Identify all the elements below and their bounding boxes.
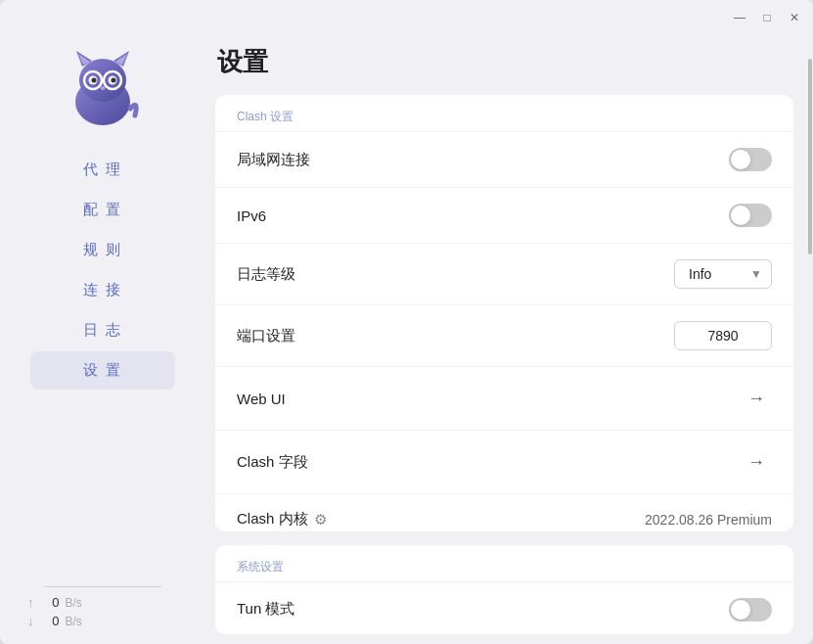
sidebar-item-connections[interactable]: 连 接 — [30, 271, 175, 309]
titlebar: — □ ✕ — [0, 0, 813, 35]
page-title: 设置 — [215, 45, 793, 79]
clash-field-label: Clash 字段 — [237, 453, 308, 472]
clash-core-gear-icon[interactable]: ⚙ — [314, 511, 327, 529]
speed-area: ↑ 0 B/s ↓ 0 B/s — [0, 595, 205, 644]
app-logo — [59, 45, 147, 133]
upload-unit: B/s — [66, 596, 82, 610]
minimize-button[interactable]: — — [733, 11, 746, 24]
web-ui-arrow[interactable]: → — [741, 383, 772, 414]
system-settings-card: 系统设置 Tun 模式 — [215, 545, 793, 634]
download-icon: ↓ — [27, 614, 34, 628]
sidebar: 代 理 配 置 规 则 连 接 日 志 设 置 ↑ 0 B/s ↓ 0 B/s — [0, 35, 205, 644]
ipv6-label: IPv6 — [237, 207, 266, 224]
sidebar-item-logs[interactable]: 日 志 — [30, 311, 175, 349]
port-label: 端口设置 — [237, 327, 295, 345]
main-layout: 代 理 配 置 规 则 连 接 日 志 设 置 ↑ 0 B/s ↓ 0 B/s — [0, 35, 813, 644]
clash-core-label: Clash 内核 — [237, 510, 308, 529]
system-section-label: 系统设置 — [215, 545, 793, 581]
clash-section-label: Clash 设置 — [215, 95, 793, 131]
main-content: 设置 Clash 设置 局域网连接 IPv6 日志等级 — [205, 35, 813, 644]
port-input[interactable] — [674, 321, 772, 350]
lan-label: 局域网连接 — [237, 151, 310, 169]
log-level-select-wrapper: Debug Info Warning Error Silent ▼ — [674, 259, 772, 289]
log-level-label: 日志等级 — [237, 265, 295, 284]
sidebar-divider — [44, 586, 161, 587]
maximize-button[interactable]: □ — [760, 11, 774, 24]
log-level-row: 日志等级 Debug Info Warning Error Silent ▼ — [215, 243, 793, 304]
svg-point-11 — [92, 78, 97, 83]
upload-speed-row: ↑ 0 B/s — [27, 595, 178, 610]
clash-settings-card: Clash 设置 局域网连接 IPv6 日志等级 Debug — [215, 95, 793, 531]
ipv6-row: IPv6 — [215, 187, 793, 243]
tun-row: Tun 模式 — [215, 581, 793, 634]
log-level-select[interactable]: Debug Info Warning Error Silent — [674, 259, 772, 289]
sidebar-item-proxy[interactable]: 代 理 — [30, 151, 175, 189]
web-ui-row: Web UI → — [215, 366, 793, 430]
clash-core-version: 2022.08.26 Premium — [645, 512, 772, 528]
nav-items: 代 理 配 置 规 则 连 接 日 志 设 置 — [0, 151, 205, 573]
upload-value: 0 — [40, 595, 60, 610]
download-speed-row: ↓ 0 B/s — [27, 614, 178, 628]
lan-row: 局域网连接 — [215, 131, 793, 187]
scrollbar-thumb[interactable] — [808, 59, 812, 254]
svg-point-12 — [112, 78, 116, 83]
app-window: — □ ✕ — [0, 0, 813, 644]
scrollbar-track — [807, 35, 813, 644]
sidebar-item-config[interactable]: 配 置 — [30, 191, 175, 229]
port-row: 端口设置 — [215, 304, 793, 366]
clash-field-arrow[interactable]: → — [741, 446, 772, 478]
ipv6-toggle[interactable] — [729, 204, 772, 227]
lan-toggle[interactable] — [729, 148, 772, 171]
svg-point-13 — [101, 86, 106, 90]
close-button[interactable]: ✕ — [788, 11, 801, 24]
clash-core-row: Clash 内核 ⚙ 2022.08.26 Premium — [215, 493, 793, 531]
clash-core-label-group: Clash 内核 ⚙ — [237, 510, 327, 529]
download-unit: B/s — [66, 615, 82, 628]
download-value: 0 — [40, 614, 60, 628]
upload-icon: ↑ — [27, 595, 34, 610]
web-ui-label: Web UI — [237, 391, 286, 407]
clash-field-row: Clash 字段 → — [215, 430, 793, 493]
sidebar-item-rules[interactable]: 规 则 — [30, 231, 175, 269]
tun-label: Tun 模式 — [237, 600, 294, 619]
tun-toggle[interactable] — [729, 598, 772, 621]
sidebar-item-settings[interactable]: 设 置 — [30, 351, 175, 390]
